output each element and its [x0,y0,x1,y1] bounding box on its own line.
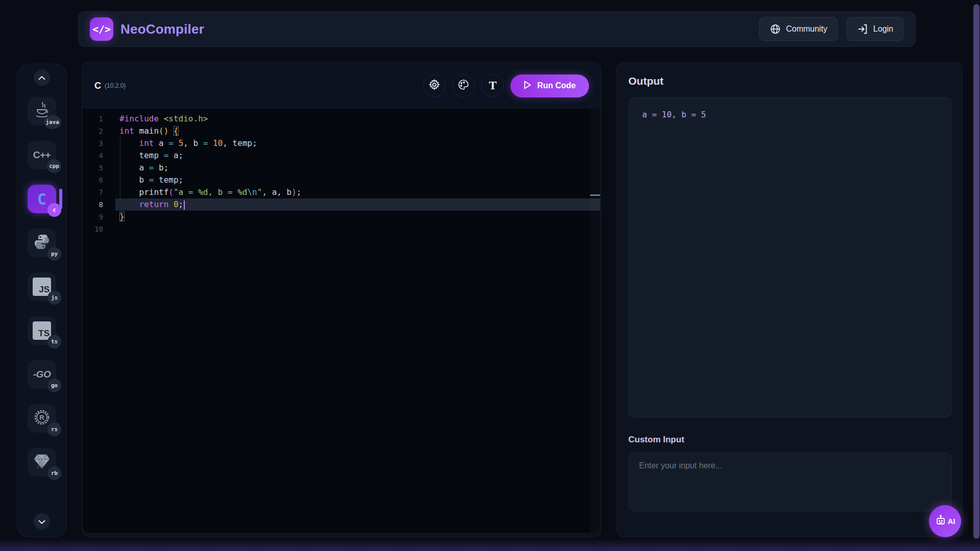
code-token: 0 [174,199,179,209]
bottom-glow [0,539,980,551]
code-token [168,199,174,209]
login-icon [857,23,868,35]
current-language-label: C [94,81,101,91]
code-token: 5 [179,138,184,148]
python-icon [33,233,51,253]
code-editor[interactable]: 1#include <stdio.h>2int main() {3 int a … [83,109,600,533]
output-console: a = 10, b = 5 [628,97,952,417]
output-title: Output [628,75,951,87]
ai-label: AI [948,517,955,525]
line-number: 5 [83,162,103,174]
sidebar-item-javascript[interactable]: JS js [28,272,56,301]
code-line[interactable]: 5 a = b; [83,162,600,174]
theme-button[interactable] [452,74,475,97]
language-version: (10.2.0) [105,82,126,89]
code-token [134,126,139,136]
code-token: , b [183,138,203,148]
c-icon: C [37,190,46,208]
sidebar-item-java[interactable]: java [28,97,56,126]
code-token: \n [247,187,257,197]
chevron-up-icon [38,73,45,82]
sidebar-item-rust[interactable]: R rs [28,404,56,433]
run-code-label: Run Code [537,81,576,90]
selected-indicator [59,189,62,209]
code-token: a [119,163,149,172]
language-badge: rs [47,422,61,436]
custom-input-title: Custom Input [628,435,951,445]
code-line[interactable]: 1#include <stdio.h> [83,113,600,125]
language-badge: ts [47,335,61,348]
language-badge: js [47,291,61,305]
page-scrollbar-thumb[interactable] [973,4,979,539]
sidebar-item-cpp[interactable]: C++ cpp [28,141,56,169]
code-token: , temp; [223,138,257,148]
code-line[interactable]: 3 int a = 5, b = 10, temp; [83,137,600,149]
sidebar-item-go[interactable]: -GO go [28,360,56,389]
code-token [168,126,174,136]
ai-assistant-button[interactable]: AI [929,505,961,537]
code-line[interactable]: 4 temp = a; [83,149,600,162]
language-badge: py [47,247,61,261]
line-number: 3 [83,137,103,149]
line-number: 9 [83,211,103,223]
sidebar-item-ruby[interactable]: rb [28,448,56,477]
line-number: 7 [83,186,103,198]
code-token: int [139,138,154,148]
code-token: , a, b [262,187,291,197]
code-token: "a = %d, b = %d [174,187,248,197]
language-sidebar: java C++ cpp C c py JS js TS t [17,64,67,537]
login-button[interactable]: Login [846,17,904,41]
code-line[interactable]: 10 [83,223,600,235]
code-token: " [257,187,262,197]
code-token: int [119,126,134,136]
run-code-button[interactable]: Run Code [510,74,589,97]
output-text: a = 10, b = 5 [642,110,706,119]
custom-input-textarea[interactable] [628,453,952,511]
language-badge: cpp [47,159,61,173]
cpp-icon: C++ [33,149,51,161]
line-number: 1 [83,113,103,125]
font-button[interactable]: T [481,74,504,97]
palette-icon [457,79,470,93]
settings-button[interactable] [423,74,446,97]
code-token [119,199,139,209]
svg-text:R: R [39,414,44,421]
code-token: ) [291,187,297,197]
scroll-down-button[interactable] [34,513,50,530]
code-token: temp; [154,175,183,185]
code-token: ; [297,187,302,197]
code-token [208,138,213,148]
sidebar-item-c[interactable]: C c [28,185,56,213]
code-token: #include [119,114,159,123]
line-number: 8 [83,198,103,211]
line-number: 10 [83,223,103,235]
app-logo-icon[interactable]: </> [90,17,113,41]
code-line[interactable]: 8 return 0; [83,198,600,211]
code-line[interactable]: 7 printf("a = %d, b = %d\n", a, b); [83,186,600,198]
editor-panel: C (10.2.0) T [82,62,601,537]
code-token: b; [154,163,168,172]
editor-scrollbar[interactable] [590,109,600,533]
code-token: return [139,199,169,209]
code-token: 10 [213,138,223,148]
line-number: 4 [83,149,103,162]
code-lines: 1#include <stdio.h>2int main() {3 int a … [83,109,600,235]
code-token: <stdio.h> [164,114,208,123]
play-icon [524,81,531,91]
login-label: Login [873,24,893,34]
code-token: = [168,138,174,148]
sidebar-item-typescript[interactable]: TS ts [28,316,56,345]
code-token: ; [179,199,184,209]
code-token: = [164,151,169,160]
community-button[interactable]: Community [759,17,838,41]
sidebar-item-python[interactable]: py [28,229,56,257]
scroll-up-button[interactable] [34,69,50,86]
code-token: { [174,126,179,136]
line-number: 2 [83,125,103,137]
code-token: temp [119,151,164,160]
io-panel: Output a = 10, b = 5 Custom Input [617,62,963,537]
code-token: = [149,163,154,172]
code-line[interactable]: 6 b = temp; [83,174,600,186]
code-line[interactable]: 2int main() { [83,125,600,137]
code-line[interactable]: 9} [83,211,600,223]
